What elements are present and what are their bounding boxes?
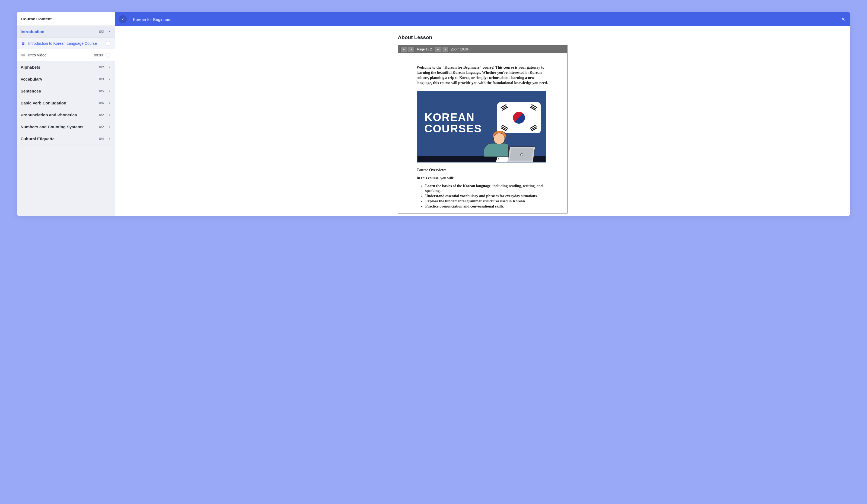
- laptop-illustration: [507, 147, 535, 162]
- chevron-right-icon: [108, 66, 111, 69]
- trigram-icon: [501, 125, 508, 131]
- section-title: Numbers and Counting Systems: [21, 125, 99, 129]
- course-title: Korean for Beginners: [133, 17, 840, 22]
- back-button[interactable]: [119, 15, 127, 23]
- page-up-button[interactable]: [400, 47, 407, 52]
- section-title: Pronunciation and Phonetics: [21, 112, 99, 117]
- section-sentences: Sentences 0/5: [17, 85, 115, 97]
- section-numbers-counting: Numbers and Counting Systems 0/2: [17, 121, 115, 133]
- pdf-viewer: Page 1 / 2 Zoom 100% Welcome to the "Kor…: [398, 45, 568, 214]
- section-count: 0/4: [99, 137, 104, 141]
- plus-icon: [444, 48, 447, 51]
- document-icon: [21, 41, 25, 46]
- section-pronunciation-phonetics: Pronunciation and Phonetics 0/2: [17, 109, 115, 121]
- svg-rect-3: [22, 44, 23, 44]
- section-count: 0/3: [99, 77, 104, 81]
- content: About Lesson Page 1 / 2: [115, 26, 850, 216]
- completion-circle[interactable]: [106, 41, 110, 46]
- overview-list: Learn the basics of the Korean language,…: [425, 184, 548, 209]
- trigram-icon: [530, 104, 537, 111]
- overview-bullet: Learn the basics of the Korean language,…: [425, 184, 548, 194]
- hero-line-1: KOREAN: [425, 111, 482, 123]
- hero-text: KOREAN COURSES: [425, 111, 482, 134]
- section-title: Vocabulary: [21, 77, 99, 82]
- lesson-heading: About Lesson: [398, 34, 568, 40]
- section-title: Introduction: [21, 29, 99, 34]
- hero-illustration: KOREAN COURSES: [417, 91, 546, 162]
- intro-paragraph: Welcome to the "Korean for Beginners" co…: [417, 65, 548, 86]
- zoom-indicator: Zoom 100%: [451, 47, 469, 51]
- lesson-title: Intro Video: [28, 53, 94, 57]
- chevron-left-icon: [121, 17, 125, 21]
- section-title: Cultural Etiquette: [21, 137, 99, 141]
- section-body-introduction: Introduction to Korean Language Course I…: [17, 38, 115, 61]
- section-cultural-etiquette: Cultural Etiquette 0/4: [17, 133, 115, 145]
- svg-rect-2: [22, 43, 24, 43]
- section-head-sentences[interactable]: Sentences 0/5: [17, 85, 115, 97]
- hero-line-2: COURSES: [425, 123, 482, 134]
- svg-rect-9: [403, 50, 404, 50]
- pdf-toolbar: Page 1 / 2 Zoom 100%: [398, 45, 567, 53]
- trigram-icon: [530, 125, 537, 131]
- topbar: Korean for Beginners: [115, 12, 850, 26]
- section-head-introduction[interactable]: Introduction 0/2: [17, 26, 115, 38]
- section-count: 0/2: [99, 65, 104, 69]
- section-alphabets: Alphabets 0/2: [17, 61, 115, 73]
- page-down-button[interactable]: [408, 47, 415, 52]
- section-vocabulary: Vocabulary 0/3: [17, 73, 115, 85]
- section-title: Basic Verb Conjugation: [21, 101, 99, 105]
- chevron-right-icon: [108, 137, 111, 140]
- chevron-right-icon: [108, 114, 111, 117]
- overview-lead: In this course, you will:: [417, 176, 548, 180]
- zoom-in-button[interactable]: [442, 47, 449, 52]
- section-head-cultural-etiquette[interactable]: Cultural Etiquette 0/4: [17, 133, 115, 144]
- overview-heading: Course Overview:: [417, 168, 548, 172]
- chevron-up-icon: [108, 30, 111, 33]
- arrow-up-icon: [402, 48, 405, 51]
- chevron-right-icon: [108, 89, 111, 93]
- section-head-numbers-counting[interactable]: Numbers and Counting Systems 0/2: [17, 121, 115, 133]
- sidebar-header: Course Content: [17, 12, 115, 26]
- page-indicator: Page 1 / 2: [417, 47, 432, 51]
- lesson-title: Introduction to Korean Language Course: [28, 41, 106, 45]
- section-head-vocabulary[interactable]: Vocabulary 0/3: [17, 73, 115, 85]
- arrow-down-icon: [410, 48, 413, 51]
- taegeuk-icon: [513, 112, 525, 124]
- section-count: 0/5: [99, 89, 104, 93]
- section-count: 0/6: [99, 101, 104, 105]
- overview-bullet: Understand essential vocabulary and phra…: [425, 194, 548, 199]
- section-count: 0/2: [99, 30, 104, 34]
- close-icon: [841, 17, 845, 21]
- section-basic-verb-conjugation: Basic Verb Conjugation 0/6: [17, 97, 115, 109]
- sidebar: Course Content Introduction 0/2 Introduc…: [17, 12, 115, 216]
- play-icon: [21, 53, 25, 57]
- trigram-icon: [501, 104, 508, 111]
- overview-bullet: Practice pronunciation and conversationa…: [425, 204, 548, 209]
- main-area: Korean for Beginners About Lesson Page 1…: [115, 12, 850, 216]
- minus-icon: [437, 48, 439, 51]
- section-count: 0/2: [99, 113, 104, 117]
- section-head-alphabets[interactable]: Alphabets 0/2: [17, 61, 115, 73]
- korean-flag-illustration: [497, 102, 540, 133]
- zoom-out-button[interactable]: [435, 47, 441, 52]
- chevron-right-icon: [108, 125, 111, 129]
- section-title: Sentences: [21, 89, 99, 93]
- completion-circle[interactable]: [106, 53, 110, 57]
- lesson-duration: 00:00: [94, 53, 103, 57]
- svg-rect-1: [22, 43, 24, 43]
- app-window: Course Content Introduction 0/2 Introduc…: [17, 12, 850, 216]
- lesson-intro-video[interactable]: Intro Video 00:00: [17, 50, 115, 61]
- chevron-right-icon: [108, 101, 111, 105]
- overview-bullet: Explore the fundamental grammar structur…: [425, 199, 548, 204]
- lesson-intro-course[interactable]: Introduction to Korean Language Course: [17, 38, 115, 50]
- chevron-right-icon: [108, 78, 111, 81]
- student-illustration: [509, 147, 534, 162]
- pdf-page[interactable]: Welcome to the "Korean for Beginners" co…: [398, 53, 567, 213]
- section-introduction: Introduction 0/2 Introduction to Korean …: [17, 26, 115, 61]
- section-count: 0/2: [99, 125, 104, 129]
- close-button[interactable]: [840, 16, 846, 22]
- section-head-basic-verb-conjugation[interactable]: Basic Verb Conjugation 0/6: [17, 97, 115, 109]
- section-head-pronunciation-phonetics[interactable]: Pronunciation and Phonetics 0/2: [17, 109, 115, 121]
- svg-rect-11: [411, 49, 411, 50]
- section-title: Alphabets: [21, 65, 99, 69]
